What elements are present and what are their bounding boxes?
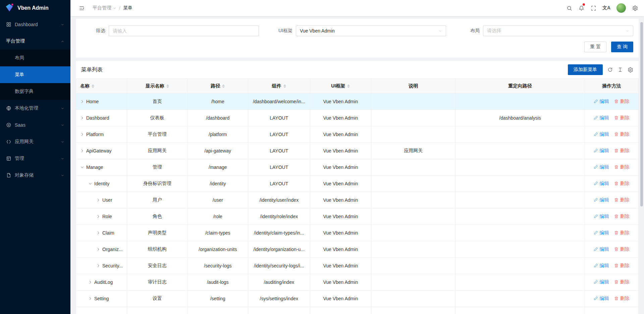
sort-icon[interactable] xyxy=(166,84,169,88)
sort-icon[interactable] xyxy=(347,84,350,88)
table-row[interactable]: Dashboard仪表板/dashboardLAYOUTVue Vben Adm… xyxy=(76,110,639,126)
table-row[interactable]: Manage管理/manageLAYOUTVue Vben Admin编辑删除 xyxy=(76,159,639,176)
sidebar-item-localization[interactable]: 本地化管理 xyxy=(0,100,70,117)
edit-link[interactable]: 编辑 xyxy=(594,197,609,203)
sidebar-subitem-dictionary[interactable]: 数据字典 xyxy=(0,83,70,100)
table-header-row: 名称显示名称路径组件UI框架说明重定向路径操作方法 xyxy=(76,79,639,93)
edit-link[interactable]: 编辑 xyxy=(594,246,609,252)
row-expand-icon[interactable] xyxy=(96,231,100,235)
row-expand-icon[interactable] xyxy=(88,280,92,284)
column-height-icon[interactable] xyxy=(618,67,623,72)
sidebar-item-manage[interactable]: 管理 xyxy=(0,150,70,167)
column-header-name[interactable]: 名称 xyxy=(76,79,127,93)
sort-icon[interactable] xyxy=(222,84,225,88)
column-label: 重定向路径 xyxy=(508,83,532,88)
table-row[interactable]: Organiz...组织机构/organization-units/identi… xyxy=(76,241,639,258)
delete-link[interactable]: 删除 xyxy=(614,131,629,137)
refresh-icon[interactable] xyxy=(607,67,613,72)
table-row[interactable]: AuditLog审计日志/audit-logs/auditing/indexVu… xyxy=(76,274,639,291)
menu-fold-icon[interactable] xyxy=(76,0,87,16)
sidebar-item-platform[interactable]: 平台管理 xyxy=(0,33,70,50)
ui-framework-select[interactable]: Vue Vben Admin xyxy=(296,25,446,36)
sidebar-item-gateway[interactable]: 应用网关 xyxy=(0,133,70,150)
layout-select[interactable]: 请选择 xyxy=(483,25,633,36)
column-label: 操作方法 xyxy=(602,83,621,88)
delete-link[interactable]: 删除 xyxy=(614,296,629,302)
search-icon[interactable] xyxy=(564,0,575,16)
notification-bell-icon[interactable] xyxy=(576,0,587,16)
scrollbar-thumb[interactable] xyxy=(640,22,643,206)
column-header-framework[interactable]: UI框架 xyxy=(310,79,371,93)
sort-icon[interactable] xyxy=(283,84,286,88)
row-expand-icon[interactable] xyxy=(96,214,100,218)
translate-icon[interactable]: 文A xyxy=(600,0,613,16)
sidebar-subitem-label: 菜单 xyxy=(15,72,24,78)
delete-link[interactable]: 删除 xyxy=(614,115,629,121)
row-expand-icon[interactable] xyxy=(80,100,84,104)
avatar[interactable] xyxy=(616,3,626,13)
edit-link[interactable]: 编辑 xyxy=(594,263,609,269)
column-header-path[interactable]: 路径 xyxy=(187,79,248,93)
actions-cell: 编辑删除 xyxy=(585,241,638,258)
delete-link[interactable]: 删除 xyxy=(614,246,629,252)
search-button[interactable]: 查 询 xyxy=(611,42,633,52)
column-header-display-name[interactable]: 显示名称 xyxy=(127,79,187,93)
table-row[interactable]: Security...安全日志/security-logs/identity/s… xyxy=(76,258,639,274)
column-header-component[interactable]: 组件 xyxy=(248,79,310,93)
path-cell: /audit-logs xyxy=(187,274,248,291)
delete-link[interactable]: 删除 xyxy=(614,279,629,285)
table-settings-icon[interactable] xyxy=(628,67,633,73)
edit-link[interactable]: 编辑 xyxy=(594,115,609,121)
fullscreen-icon[interactable] xyxy=(588,0,599,16)
delete-link[interactable]: 删除 xyxy=(614,164,629,170)
row-expand-icon[interactable] xyxy=(80,149,84,153)
delete-link[interactable]: 删除 xyxy=(614,213,629,219)
edit-link[interactable]: 编辑 xyxy=(594,213,609,219)
delete-link[interactable]: 删除 xyxy=(614,263,629,269)
row-expand-icon[interactable] xyxy=(80,165,84,169)
chevron-down-icon xyxy=(113,6,116,10)
add-menu-button[interactable]: 添加新菜单 xyxy=(568,64,603,75)
delete-link[interactable]: 删除 xyxy=(614,230,629,236)
delete-link[interactable]: 删除 xyxy=(614,181,629,187)
edit-link[interactable]: 编辑 xyxy=(594,181,609,187)
chevron-down-icon xyxy=(626,29,629,33)
edit-link[interactable]: 编辑 xyxy=(594,99,609,105)
delete-link[interactable]: 删除 xyxy=(614,197,629,203)
breadcrumb-item-platform[interactable]: 平台管理 xyxy=(93,5,116,11)
sidebar-item-saas[interactable]: Saas xyxy=(0,117,70,133)
edit-link[interactable]: 编辑 xyxy=(594,230,609,236)
delete-link[interactable]: 删除 xyxy=(614,99,629,105)
row-expand-icon[interactable] xyxy=(80,116,84,120)
edit-link[interactable]: 编辑 xyxy=(594,131,609,137)
logo[interactable]: Vben Admin xyxy=(0,0,70,16)
row-expand-icon[interactable] xyxy=(96,198,100,202)
row-expand-icon[interactable] xyxy=(96,264,100,268)
edit-link[interactable]: 编辑 xyxy=(594,148,609,154)
table-row[interactable]: Setting设置/setting/sys/settings/indexVue … xyxy=(76,291,639,307)
edit-link[interactable]: 编辑 xyxy=(594,164,609,170)
row-expand-icon[interactable] xyxy=(88,297,92,301)
delete-link[interactable]: 删除 xyxy=(614,148,629,154)
table-row[interactable]: Platform平台管理/platformLAYOUTVue Vben Admi… xyxy=(76,126,639,143)
row-expand-icon[interactable] xyxy=(80,132,84,136)
table-row[interactable]: ApiGateway应用网关/api-gatewayLAYOUTVue Vben… xyxy=(76,143,639,159)
edit-link[interactable]: 编辑 xyxy=(594,296,609,302)
settings-gear-icon[interactable] xyxy=(629,0,641,16)
sidebar-item-storage[interactable]: 对象存储 xyxy=(0,167,70,184)
sidebar-subitem-layout[interactable]: 布局 xyxy=(0,50,70,66)
row-expand-icon[interactable] xyxy=(96,247,100,251)
sidebar-item-dashboard[interactable]: Dashboard xyxy=(0,16,70,33)
table-row[interactable]: User用户/user/identity/user/indexVue Vben … xyxy=(76,192,639,208)
table-row[interactable]: Identity身份标识管理/identityLAYOUTVue Vben Ad… xyxy=(76,176,639,192)
reset-button[interactable]: 重 置 xyxy=(584,42,606,52)
filter-input[interactable] xyxy=(109,25,259,36)
row-expand-icon[interactable] xyxy=(88,182,92,186)
table-row[interactable]: Home首页/home/dashboard/welcome/in...Vue V… xyxy=(76,93,639,110)
edit-link[interactable]: 编辑 xyxy=(594,279,609,285)
page-scrollbar[interactable] xyxy=(640,19,643,310)
sidebar-subitem-menu[interactable]: 菜单 xyxy=(0,66,70,83)
sort-icon[interactable] xyxy=(92,84,94,88)
table-row[interactable]: Claim声明类型/claim-types/identity/claim-typ… xyxy=(76,225,639,241)
table-row[interactable]: Role角色/role/identity/role/indexVue Vben … xyxy=(76,208,639,225)
